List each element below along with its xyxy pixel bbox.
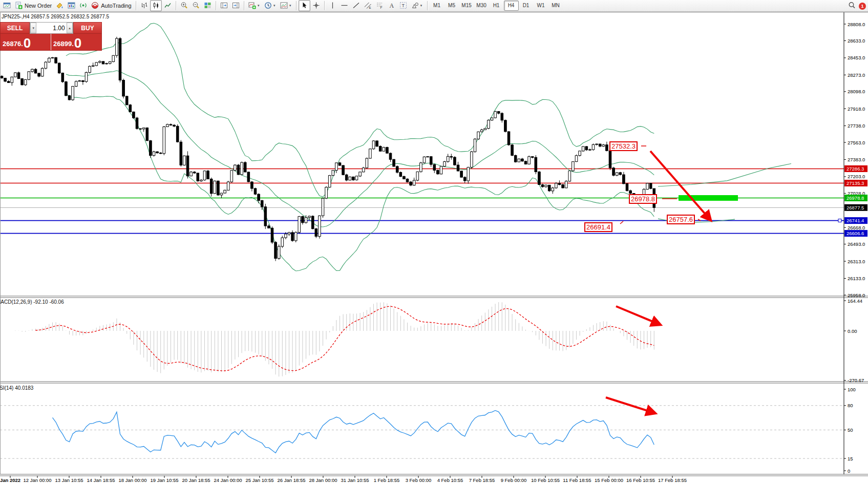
sell-price-main: 26876. — [3, 39, 23, 49]
svg-text:7 Feb 18:55: 7 Feb 18:55 — [469, 477, 495, 483]
symbol-ohlc-header: JPN225-,H4 26857.5 26952.5 26832.5 26877… — [2, 14, 109, 19]
svg-text:9 Feb 00:00: 9 Feb 00:00 — [501, 477, 527, 483]
svg-text:12 Jan 00:00: 12 Jan 00:00 — [24, 477, 52, 483]
svg-text:Jan 2022: Jan 2022 — [0, 477, 20, 483]
svg-text:14 Jan 18:55: 14 Jan 18:55 — [87, 477, 115, 483]
svg-text:26606.6: 26606.6 — [846, 230, 864, 236]
svg-text:28 Jan 00:00: 28 Jan 00:00 — [309, 477, 337, 483]
volume-decrease-button[interactable]: ▼ — [30, 23, 36, 33]
sell-button[interactable]: SELL — [0, 22, 30, 34]
svg-text:50: 50 — [848, 427, 853, 433]
buy-button[interactable]: BUY — [73, 22, 102, 34]
svg-text:11 Feb 18:55: 11 Feb 18:55 — [563, 477, 591, 483]
svg-text:17 Feb 18:55: 17 Feb 18:55 — [658, 477, 687, 483]
svg-text:28633.0: 28633.0 — [848, 38, 865, 44]
svg-text:10 Feb 10:55: 10 Feb 10:55 — [531, 477, 560, 483]
svg-text:27563.0: 27563.0 — [848, 140, 865, 145]
svg-text:4 Feb 10:55: 4 Feb 10:55 — [437, 477, 463, 483]
svg-text:19 Jan 10:55: 19 Jan 10:55 — [151, 477, 179, 483]
sell-price[interactable]: 26876. 0 — [1, 34, 51, 50]
svg-text:-270.67: -270.67 — [848, 377, 864, 383]
mt4-window: New OrderAutoTrading▼▼▼EFAT▼M1M5M15M30H1… — [0, 0, 868, 484]
svg-text:28273.0: 28273.0 — [848, 72, 865, 78]
svg-text:26668.0: 26668.0 — [848, 225, 865, 230]
svg-text:13 Jan 10:55: 13 Jan 10:55 — [55, 477, 83, 483]
sell-price-big-digit: 0 — [24, 37, 31, 49]
svg-text:20 Jan 18:55: 20 Jan 18:55 — [182, 477, 210, 483]
svg-text:26133.0: 26133.0 — [848, 276, 865, 281]
svg-text:1 Feb 18:55: 1 Feb 18:55 — [374, 477, 400, 483]
buy-price-main: 26899. — [53, 39, 74, 49]
svg-text:26978.8: 26978.8 — [846, 195, 864, 201]
chart-canvas[interactable]: 28808.028633.028453.028273.028098.027918… — [0, 0, 868, 484]
price-callout-label[interactable]: 26757.6 — [667, 215, 695, 224]
svg-text:26313.0: 26313.0 — [848, 259, 865, 264]
macd-indicator-label: MACD(12,26,9) -92.10 -60.06 — [0, 299, 64, 305]
volume-increase-button[interactable]: ▲ — [67, 23, 73, 33]
svg-text:27286.3: 27286.3 — [846, 166, 864, 172]
svg-text:27738.0: 27738.0 — [848, 123, 865, 129]
svg-text:25 Jan 10:55: 25 Jan 10:55 — [246, 477, 274, 483]
price-callout-label[interactable]: 26978.8 — [629, 194, 657, 204]
svg-text:26493.0: 26493.0 — [848, 241, 865, 247]
svg-text:3 Feb 00:00: 3 Feb 00:00 — [406, 477, 432, 483]
svg-text:26877.5: 26877.5 — [846, 205, 864, 211]
svg-text:28808.0: 28808.0 — [848, 22, 865, 27]
svg-text:164.44: 164.44 — [848, 298, 862, 304]
svg-text:100: 100 — [848, 387, 856, 392]
svg-text:25958.0: 25958.0 — [848, 292, 865, 298]
rsi-indicator-label: RSI(14) 40.0183 — [0, 385, 33, 391]
svg-text:27203.0: 27203.0 — [848, 174, 865, 179]
svg-text:27383.0: 27383.0 — [848, 157, 865, 162]
svg-text:26 Jan 18:55: 26 Jan 18:55 — [278, 477, 306, 483]
svg-text:15: 15 — [848, 456, 853, 461]
volume-input[interactable] — [36, 23, 66, 33]
svg-text:80: 80 — [848, 403, 853, 408]
price-callout-label[interactable]: 26691.4 — [584, 222, 612, 232]
one-click-trading-panel: SELL ▼ ▲ BUY 26876. 0 26899. 0 — [0, 22, 102, 51]
buy-price[interactable]: 26899. 0 — [51, 34, 101, 50]
svg-text:0: 0 — [848, 468, 850, 474]
svg-text:16 Feb 10:55: 16 Feb 10:55 — [626, 477, 655, 483]
svg-text:15 Feb 00:00: 15 Feb 00:00 — [595, 477, 623, 483]
svg-text:27918.0: 27918.0 — [848, 106, 865, 112]
svg-text:18 Jan 00:00: 18 Jan 00:00 — [119, 477, 147, 483]
svg-text:0.00: 0.00 — [848, 328, 857, 334]
svg-text:28453.0: 28453.0 — [848, 55, 865, 60]
svg-text:28098.0: 28098.0 — [848, 89, 865, 94]
svg-text:24 Jan 00:00: 24 Jan 00:00 — [214, 477, 242, 483]
buy-price-big-digit: 0 — [74, 37, 81, 49]
svg-text:26741.4: 26741.4 — [846, 218, 864, 223]
svg-text:27135.3: 27135.3 — [846, 180, 864, 186]
svg-text:31 Jan 10:55: 31 Jan 10:55 — [341, 477, 369, 483]
volume-stepper: ▼ ▲ — [30, 22, 73, 34]
price-callout-label[interactable]: 27532.3 — [609, 141, 638, 151]
